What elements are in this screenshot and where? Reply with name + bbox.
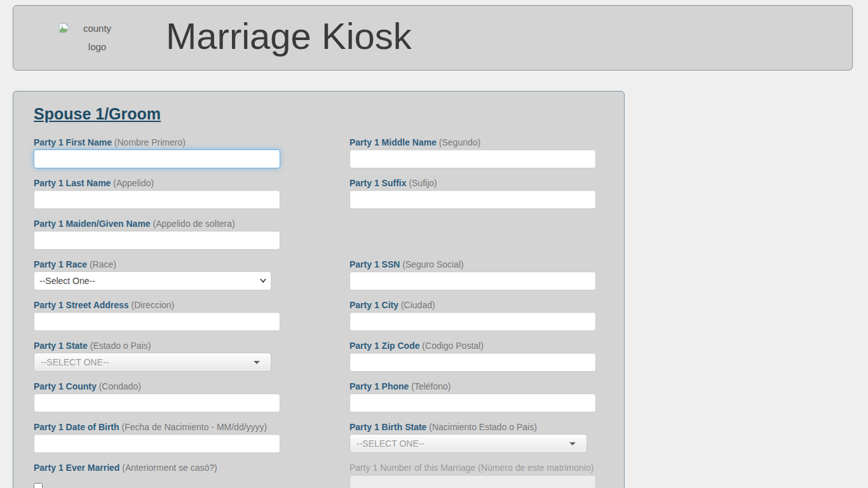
county-label: Party 1 County (Condado) bbox=[34, 381, 280, 392]
date-of-birth-hint: (Fecha de Nacimiento - MM/dd/yyyy) bbox=[121, 422, 267, 432]
county-logo: county logo bbox=[58, 20, 134, 56]
street-address-hint: (Direccion) bbox=[132, 300, 175, 310]
dropdown-arrow-icon bbox=[254, 361, 260, 364]
field-maiden-name: Party 1 Maiden/Given Name (Appelido de s… bbox=[34, 218, 280, 250]
field-state: Party 1 State (Estado o Pais) --SELECT O… bbox=[34, 340, 280, 372]
street-address-input[interactable] bbox=[34, 312, 280, 331]
race-select[interactable]: --Select One-- bbox=[34, 271, 271, 290]
last-name-input[interactable] bbox=[34, 190, 280, 209]
page-title: Marriage Kiosk bbox=[166, 15, 412, 57]
field-city: Party 1 City (Ciudad) bbox=[349, 299, 596, 331]
field-date-of-birth: Party 1 Date of Birth (Fecha de Nacimien… bbox=[34, 421, 280, 453]
form-row: Party 1 Date of Birth (Fecha de Nacimien… bbox=[34, 421, 624, 462]
first-name-hint: (Nombre Primero) bbox=[114, 137, 186, 147]
phone-hint: (Teléfono) bbox=[411, 381, 451, 391]
form-row: Party 1 Last Name (Appelido) Party 1 Suf… bbox=[34, 177, 624, 218]
suffix-label: Party 1 Suffix (Sufijo) bbox=[349, 177, 596, 189]
phone-label: Party 1 Phone (Teléfono) bbox=[349, 381, 596, 392]
zip-code-input[interactable] bbox=[349, 353, 596, 372]
phone-input[interactable] bbox=[349, 393, 596, 412]
city-hint: (Ciudad) bbox=[401, 300, 435, 310]
field-race: Party 1 Race (Race) --Select One-- bbox=[34, 259, 280, 290]
zip-code-label: Party 1 Zip Code (Codigo Postal) bbox=[349, 340, 596, 351]
suffix-input[interactable] bbox=[349, 190, 596, 209]
spouse1-groom-panel: Spouse 1/Groom Party 1 First Name (Nombr… bbox=[13, 91, 625, 488]
first-name-input[interactable] bbox=[34, 149, 280, 168]
race-hint: (Race) bbox=[90, 259, 116, 269]
middle-name-label: Party 1 Middle Name (Segundo) bbox=[349, 137, 596, 148]
field-birth-state: Party 1 Birth State (Nacimiento Estado o… bbox=[349, 421, 596, 453]
form-row: Party 1 County (Condado) Party 1 Phone (… bbox=[34, 381, 624, 421]
zip-code-hint: (Codigo Postal) bbox=[422, 341, 484, 351]
ssn-input[interactable] bbox=[349, 271, 596, 290]
birth-state-hint: (Nacimiento Estado o Pais) bbox=[429, 422, 537, 432]
form-row: Party 1 State (Estado o Pais) --SELECT O… bbox=[34, 340, 624, 381]
county-input[interactable] bbox=[34, 393, 280, 412]
maiden-name-hint: (Appelido de soltera) bbox=[153, 219, 235, 229]
city-input[interactable] bbox=[349, 312, 596, 331]
field-county: Party 1 County (Condado) bbox=[34, 381, 280, 412]
field-street-address: Party 1 Street Address (Direccion) bbox=[34, 299, 280, 331]
ever-married-label: Party 1 Ever Married (Anteriorment se ca… bbox=[34, 462, 280, 473]
middle-name-input[interactable] bbox=[349, 149, 596, 168]
suffix-hint: (Sufijo) bbox=[409, 178, 437, 188]
field-ssn: Party 1 SSN (Seguro Social) bbox=[349, 259, 596, 290]
ssn-label: Party 1 SSN (Seguro Social) bbox=[349, 259, 596, 270]
marriage-number-input bbox=[349, 475, 596, 488]
race-label: Party 1 Race (Race) bbox=[34, 259, 280, 270]
maiden-name-label: Party 1 Maiden/Given Name (Appelido de s… bbox=[34, 218, 280, 229]
maiden-name-input[interactable] bbox=[34, 231, 280, 250]
last-name-label: Party 1 Last Name (Appelido) bbox=[34, 177, 280, 189]
form-row: Party 1 Ever Married (Anteriorment se ca… bbox=[34, 462, 624, 488]
last-name-hint: (Appelido) bbox=[113, 178, 154, 188]
form-row: Party 1 First Name (Nombre Primero) Part… bbox=[34, 137, 624, 177]
form-row: Party 1 Street Address (Direccion) Party… bbox=[34, 299, 624, 340]
state-dropdown[interactable]: --SELECT ONE-- bbox=[34, 353, 271, 372]
first-name-label: Party 1 First Name (Nombre Primero) bbox=[34, 137, 280, 148]
field-marriage-number: Party 1 Number of this Marriage (Número … bbox=[349, 462, 596, 488]
field-first-name: Party 1 First Name (Nombre Primero) bbox=[34, 137, 280, 168]
field-suffix: Party 1 Suffix (Sufijo) bbox=[349, 177, 596, 209]
county-logo-alt-text: county logo bbox=[78, 20, 116, 56]
field-middle-name: Party 1 Middle Name (Segundo) bbox=[349, 137, 596, 168]
marriage-number-label: Party 1 Number of this Marriage (Número … bbox=[349, 462, 596, 473]
county-hint: (Condado) bbox=[99, 381, 141, 391]
state-label: Party 1 State (Estado o Pais) bbox=[34, 340, 280, 351]
birth-state-dropdown[interactable]: --SELECT ONE-- bbox=[349, 434, 587, 453]
street-address-label: Party 1 Street Address (Direccion) bbox=[34, 299, 280, 311]
state-hint: (Estado o Pais) bbox=[90, 341, 151, 351]
form-row: Party 1 Maiden/Given Name (Appelido de s… bbox=[34, 218, 624, 259]
birth-state-dropdown-value: --SELECT ONE-- bbox=[356, 438, 424, 449]
marriage-number-hint: (Número de este matrimonio) bbox=[478, 463, 593, 473]
ever-married-hint: (Anteriorment se casó?) bbox=[122, 463, 217, 473]
birth-state-label: Party 1 Birth State (Nacimiento Estado o… bbox=[349, 421, 596, 433]
state-dropdown-value: --SELECT ONE-- bbox=[41, 357, 109, 367]
city-label: Party 1 City (Ciudad) bbox=[349, 299, 596, 311]
ssn-hint: (Seguro Social) bbox=[402, 259, 464, 269]
broken-image-icon bbox=[58, 22, 69, 34]
form-row: Party 1 Race (Race) --Select One-- Party… bbox=[34, 259, 624, 299]
ever-married-checkbox[interactable] bbox=[34, 483, 43, 488]
date-of-birth-label: Party 1 Date of Birth (Fecha de Nacimien… bbox=[34, 421, 280, 433]
dropdown-arrow-icon bbox=[569, 442, 576, 445]
field-zip-code: Party 1 Zip Code (Codigo Postal) bbox=[349, 340, 596, 372]
middle-name-hint: (Segundo) bbox=[439, 137, 480, 147]
field-last-name: Party 1 Last Name (Appelido) bbox=[34, 177, 280, 209]
field-ever-married: Party 1 Ever Married (Anteriorment se ca… bbox=[34, 462, 280, 488]
section-title: Spouse 1/Groom bbox=[34, 104, 624, 123]
date-of-birth-input[interactable] bbox=[34, 434, 280, 453]
field-phone: Party 1 Phone (Teléfono) bbox=[349, 381, 596, 412]
app-header: county logo Marriage Kiosk bbox=[13, 5, 853, 71]
